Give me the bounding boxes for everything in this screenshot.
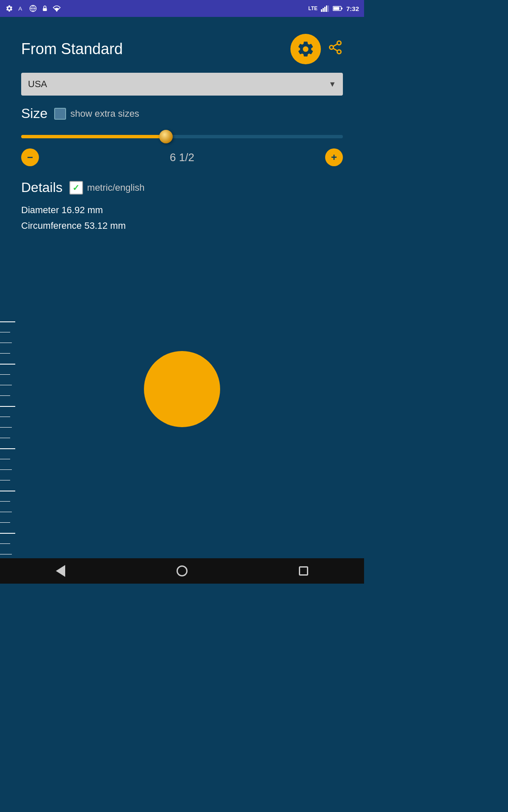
standard-dropdown[interactable]: USA ▼ bbox=[21, 73, 343, 96]
size-label: Size bbox=[21, 106, 47, 121]
svg-rect-5 bbox=[321, 9, 322, 12]
lock-status-icon bbox=[41, 4, 49, 13]
circumference-text: Circumference 53.12 mm bbox=[21, 218, 343, 233]
svg-rect-11 bbox=[341, 8, 342, 9]
wifi-status-icon bbox=[52, 4, 61, 13]
size-controls-row: − 6 1/2 + bbox=[21, 148, 343, 166]
page-title: From Standard bbox=[21, 40, 123, 58]
bottom-nav bbox=[0, 558, 364, 584]
details-row: Details ✓ metric/english bbox=[21, 180, 343, 195]
svg-line-17 bbox=[333, 44, 337, 47]
extra-sizes-label: show extra sizes bbox=[70, 108, 139, 119]
dropdown-value: USA bbox=[28, 79, 47, 90]
size-row: Size show extra sizes bbox=[21, 106, 343, 121]
slider-fill bbox=[21, 135, 166, 138]
header-row: From Standard bbox=[21, 34, 343, 64]
ruler bbox=[0, 321, 21, 567]
gear-icon bbox=[296, 40, 315, 58]
back-icon bbox=[56, 565, 65, 577]
share-icon bbox=[328, 40, 343, 55]
current-size-value: 6 1/2 bbox=[170, 151, 194, 164]
metric-english-label: metric/english bbox=[87, 182, 145, 193]
header-icons bbox=[290, 34, 343, 64]
recents-icon bbox=[299, 566, 308, 576]
svg-line-16 bbox=[333, 48, 337, 51]
status-bar-left: A bbox=[5, 4, 61, 13]
svg-rect-7 bbox=[324, 7, 326, 12]
globe-status-icon bbox=[29, 4, 37, 13]
checkmark-icon: ✓ bbox=[72, 183, 80, 193]
main-content: From Standard USA ▼ Size bbox=[0, 17, 364, 234]
svg-rect-6 bbox=[323, 8, 324, 12]
ring-visualization bbox=[144, 351, 220, 427]
svg-rect-8 bbox=[326, 5, 327, 12]
signal-icon bbox=[321, 5, 329, 12]
gear-icon-button[interactable] bbox=[290, 34, 321, 64]
time-display: 7:32 bbox=[346, 5, 359, 12]
svg-point-14 bbox=[330, 46, 334, 49]
dropdown-arrow-icon: ▼ bbox=[329, 80, 336, 89]
a-status-icon: A bbox=[17, 4, 25, 13]
diameter-text: Diameter 16.92 mm bbox=[21, 202, 343, 218]
lte-indicator: LTE bbox=[308, 5, 318, 11]
share-icon-button[interactable] bbox=[328, 40, 343, 58]
slider-thumb[interactable] bbox=[159, 130, 173, 143]
extra-sizes-checkbox-box[interactable] bbox=[54, 108, 66, 120]
svg-point-15 bbox=[337, 50, 341, 54]
svg-point-13 bbox=[337, 41, 341, 45]
battery-icon bbox=[333, 5, 343, 11]
home-nav-button[interactable] bbox=[174, 563, 190, 579]
metric-english-checkbox-box[interactable]: ✓ bbox=[69, 181, 83, 195]
status-bar-right: LTE 7:32 bbox=[308, 5, 359, 12]
svg-rect-9 bbox=[328, 5, 329, 12]
svg-text:A: A bbox=[18, 5, 22, 12]
back-nav-button[interactable] bbox=[53, 563, 68, 579]
svg-rect-12 bbox=[333, 7, 339, 10]
size-slider[interactable] bbox=[21, 128, 343, 145]
detail-measurements: Diameter 16.92 mm Circumference 53.12 mm bbox=[21, 202, 343, 234]
details-label: Details bbox=[21, 180, 63, 195]
svg-point-4 bbox=[56, 11, 58, 12]
minus-button[interactable]: − bbox=[21, 148, 39, 166]
settings-status-icon bbox=[5, 4, 14, 13]
extra-sizes-checkbox[interactable]: show extra sizes bbox=[54, 108, 139, 120]
metric-english-checkbox[interactable]: ✓ metric/english bbox=[69, 181, 145, 195]
status-bar: A LTE bbox=[0, 0, 364, 17]
home-icon bbox=[177, 565, 188, 576]
plus-button[interactable]: + bbox=[325, 148, 343, 166]
svg-rect-3 bbox=[43, 8, 47, 11]
recents-nav-button[interactable] bbox=[296, 563, 311, 579]
